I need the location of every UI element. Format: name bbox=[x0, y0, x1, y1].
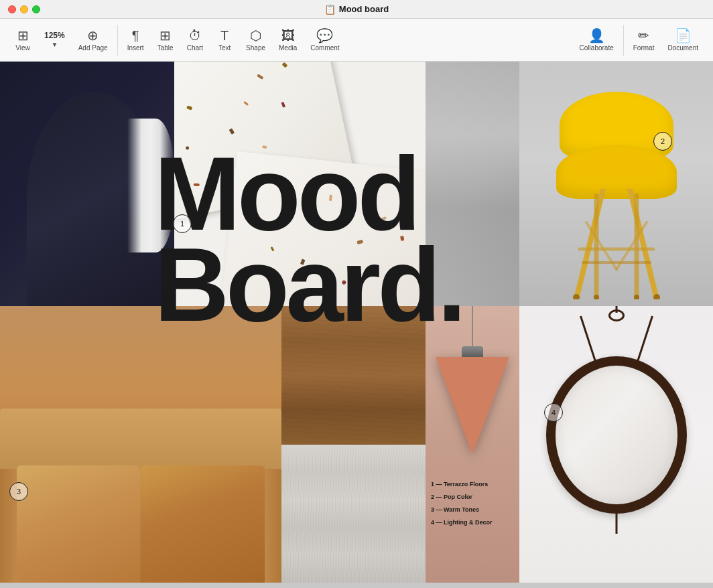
dot bbox=[243, 100, 249, 105]
add-page-icon: ⊕ bbox=[87, 29, 99, 42]
sofa-body bbox=[0, 368, 281, 583]
add-page-button[interactable]: ⊕ Add Page bbox=[72, 25, 115, 56]
toolbar: ⊞ View 125% ▼ ⊕ Add Page ¶ Insert ⊞ Tabl… bbox=[0, 19, 713, 62]
toolbar-group-collaborate: 👤 Collaborate bbox=[570, 25, 623, 56]
window-title: 📋 Mood board bbox=[324, 4, 389, 15]
legend-item-2: 2 — Pop Color bbox=[431, 491, 493, 504]
legend-item-1: 1 — Terrazzo Floors bbox=[431, 478, 493, 491]
badge-2-label: 2 bbox=[661, 137, 665, 145]
shape-button[interactable]: ⬡ Shape bbox=[239, 25, 272, 56]
dot bbox=[285, 198, 291, 203]
table-label: Table bbox=[157, 44, 174, 52]
legend-container: 1 — Terrazzo Floors 2 — Pop Color 3 — Wa… bbox=[431, 478, 493, 529]
dot bbox=[282, 62, 288, 67]
image-cell-lamp: 1 — Terrazzo Floors 2 — Pop Color 3 — Wa… bbox=[426, 306, 519, 583]
toolbar-group-format: ✏ Format 📄 Document bbox=[623, 25, 708, 56]
pendant-lamp bbox=[436, 306, 509, 454]
dot bbox=[194, 183, 200, 186]
toolbar-group-view: ⊞ View 125% ▼ ⊕ Add Page bbox=[5, 25, 117, 56]
view-icon: ⊞ bbox=[17, 29, 29, 42]
titlebar: 📋 Mood board bbox=[0, 0, 713, 19]
chart-icon: ⏱ bbox=[188, 29, 202, 42]
terrazzo-piece-2 bbox=[220, 151, 426, 306]
dot bbox=[381, 216, 387, 221]
zoom-value: 125% bbox=[44, 31, 65, 40]
document-label: Document bbox=[667, 44, 698, 52]
dot bbox=[186, 146, 190, 150]
lamp-wire bbox=[472, 306, 473, 346]
chart-button[interactable]: ⏱ Chart bbox=[180, 25, 210, 56]
close-button[interactable] bbox=[8, 5, 16, 13]
app-icon: 📋 bbox=[324, 4, 336, 15]
comment-button[interactable]: 💬 Comment bbox=[304, 25, 346, 56]
yellow-chair-container bbox=[543, 85, 690, 299]
format-label: Format bbox=[633, 44, 655, 52]
media-icon: 🖼 bbox=[281, 29, 295, 42]
badge-1: 1 bbox=[173, 214, 192, 233]
view-label: View bbox=[15, 44, 30, 52]
comment-icon: 💬 bbox=[316, 29, 333, 42]
toolbar-group-insert: ¶ Insert ⊞ Table ⏱ Chart T Text ⬡ Shape … bbox=[117, 25, 349, 56]
mirror-strap-right bbox=[635, 316, 653, 364]
dot bbox=[356, 239, 363, 244]
add-page-label: Add Page bbox=[78, 44, 108, 52]
terrazzo-bg bbox=[174, 62, 426, 306]
legend-item-4: 4 — Lighting & Decor bbox=[431, 516, 493, 529]
sofa-cushion-1 bbox=[17, 465, 141, 583]
maximize-button[interactable] bbox=[32, 5, 40, 13]
image-cell-sofa bbox=[0, 306, 281, 583]
fur-lines bbox=[281, 445, 426, 583]
image-cell-wood-fur bbox=[281, 306, 426, 583]
media-label: Media bbox=[279, 44, 297, 52]
collaborate-button[interactable]: 👤 Collaborate bbox=[573, 25, 621, 56]
zoom-chevron-icon: ▼ bbox=[51, 41, 58, 48]
media-button[interactable]: 🖼 Media bbox=[272, 25, 304, 56]
dot bbox=[300, 259, 306, 265]
format-button[interactable]: ✏ Format bbox=[627, 25, 661, 56]
format-icon: ✏ bbox=[638, 29, 649, 42]
traffic-lights bbox=[8, 5, 40, 13]
mirror-bottom-strap bbox=[615, 514, 617, 534]
insert-icon: ¶ bbox=[132, 29, 139, 42]
canvas-area[interactable]: 1 — Terrazzo Floors 2 — Pop Color 3 — Wa… bbox=[0, 62, 713, 588]
table-icon: ⊞ bbox=[159, 29, 171, 42]
view-button[interactable]: ⊞ View bbox=[8, 25, 38, 56]
dot bbox=[341, 280, 346, 285]
text-label: Text bbox=[218, 44, 231, 52]
document-button[interactable]: 📄 Document bbox=[661, 25, 705, 56]
shape-label: Shape bbox=[246, 44, 265, 52]
wood-grain bbox=[281, 306, 426, 445]
insert-button[interactable]: ¶ Insert bbox=[121, 25, 151, 56]
badge-2: 2 bbox=[653, 132, 672, 151]
collaborate-icon: 👤 bbox=[588, 29, 605, 42]
mirror-strap-left bbox=[580, 316, 597, 364]
lamp-shade-shape bbox=[436, 357, 509, 454]
wood-texture-top bbox=[281, 306, 426, 445]
chart-label: Chart bbox=[187, 44, 203, 52]
badge-1-label: 1 bbox=[180, 220, 184, 228]
dot bbox=[400, 236, 404, 241]
sofa-bg bbox=[0, 306, 281, 583]
mirror-hook bbox=[608, 309, 625, 321]
text-button[interactable]: T Text bbox=[210, 25, 239, 56]
document-icon: 📄 bbox=[675, 29, 692, 42]
insert-label: Insert bbox=[127, 44, 144, 52]
table-button[interactable]: ⊞ Table bbox=[151, 25, 180, 56]
text-icon: T bbox=[220, 29, 229, 42]
image-cell-3 bbox=[426, 62, 519, 306]
image-cell-1 bbox=[0, 62, 174, 306]
lamp-cap bbox=[462, 346, 483, 357]
concrete-overlay bbox=[426, 62, 519, 306]
dot bbox=[329, 195, 332, 201]
badge-4: 4 bbox=[544, 403, 563, 422]
zoom-button[interactable]: 125% ▼ bbox=[38, 27, 72, 52]
legend-text: 1 — Terrazzo Floors 2 — Pop Color 3 — Wa… bbox=[431, 478, 493, 529]
image-cell-4 bbox=[519, 62, 713, 306]
badge-3: 3 bbox=[9, 482, 28, 501]
image-cell-mirror bbox=[519, 306, 713, 583]
dot bbox=[186, 105, 192, 110]
image-cell-2 bbox=[174, 62, 426, 306]
mirror-face bbox=[546, 356, 687, 514]
badge-4-label: 4 bbox=[552, 409, 556, 417]
minimize-button[interactable] bbox=[20, 5, 28, 13]
